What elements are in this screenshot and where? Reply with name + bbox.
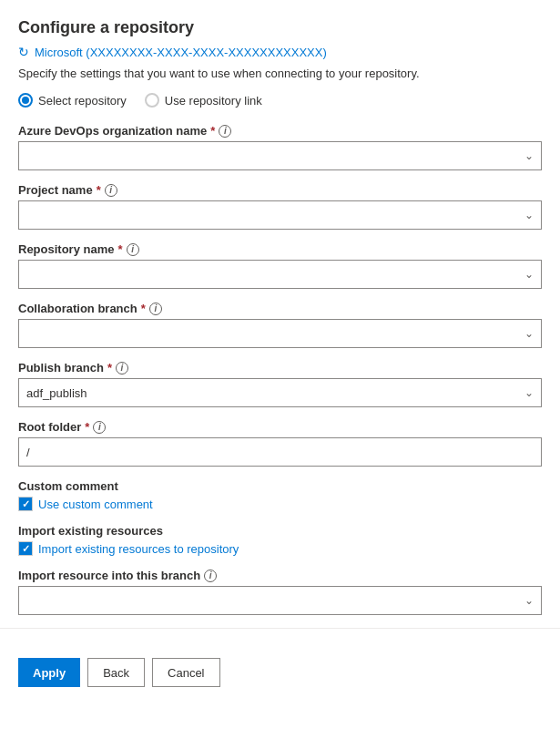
custom-comment-section-label: Custom comment	[18, 479, 542, 493]
required-marker: *	[107, 361, 112, 375]
collaboration-branch-info-icon[interactable]: i	[149, 303, 162, 315]
import-existing-label: Import existing resources to repository	[38, 542, 239, 556]
radio-use-link-label: Use repository link	[165, 94, 262, 108]
import-existing-section-label: Import existing resources	[18, 524, 542, 538]
footer-divider	[0, 628, 560, 629]
root-folder-group: Root folder * i	[18, 420, 542, 467]
chevron-down-icon: ⌄	[524, 209, 534, 221]
radio-select-repository[interactable]: Select repository	[18, 93, 127, 108]
custom-comment-checkbox-box: ✓	[18, 497, 33, 511]
collaboration-branch-dropdown[interactable]: ⌄	[18, 319, 542, 348]
chevron-down-icon: ⌄	[524, 327, 534, 340]
custom-comment-group: Custom comment ✓ Use custom comment	[18, 479, 542, 511]
project-name-dropdown[interactable]: ⌄	[18, 200, 542, 230]
publish-branch-value: adf_publish	[26, 386, 524, 400]
publish-branch-dropdown[interactable]: adf_publish ⌄	[18, 378, 542, 407]
repository-name-dropdown[interactable]: ⌄	[18, 260, 542, 289]
radio-use-link-circle	[145, 93, 159, 108]
required-marker: *	[141, 302, 146, 315]
azure-devops-org-label: Azure DevOps organization name * i	[18, 124, 542, 138]
radio-use-link[interactable]: Use repository link	[145, 93, 262, 108]
page-title: Configure a repository	[18, 18, 542, 37]
root-folder-input[interactable]	[18, 437, 542, 467]
checkmark-icon: ✓	[22, 544, 30, 554]
repository-type-group: Select repository Use repository link	[18, 93, 542, 108]
description-text: Specify the settings that you want to us…	[18, 67, 542, 80]
custom-comment-label: Use custom comment	[38, 498, 153, 511]
chevron-down-icon: ⌄	[524, 594, 534, 607]
root-folder-label: Root folder * i	[18, 420, 542, 434]
azure-devops-org-info-icon[interactable]: i	[219, 125, 231, 138]
radio-select-repository-circle	[18, 93, 33, 108]
collaboration-branch-group: Collaboration branch * i ⌄	[18, 302, 542, 348]
apply-button[interactable]: Apply	[18, 658, 80, 687]
repository-name-group: Repository name * i ⌄	[18, 242, 542, 289]
custom-comment-checkbox[interactable]: ✓ Use custom comment	[18, 497, 542, 511]
repository-name-info-icon[interactable]: i	[127, 243, 139, 256]
import-branch-dropdown[interactable]: ⌄	[18, 586, 542, 615]
azure-devops-org-group: Azure DevOps organization name * i ⌄	[18, 124, 542, 170]
refresh-icon[interactable]: ↻	[18, 45, 29, 59]
azure-devops-org-dropdown[interactable]: ⌄	[18, 141, 542, 170]
collaboration-branch-label: Collaboration branch * i	[18, 302, 542, 315]
import-branch-info-icon[interactable]: i	[204, 570, 217, 582]
import-existing-checkbox-box: ✓	[18, 541, 33, 556]
checkmark-icon: ✓	[22, 499, 30, 509]
project-name-group: Project name * i ⌄	[18, 183, 542, 230]
chevron-down-icon: ⌄	[524, 268, 534, 281]
required-marker: *	[85, 420, 89, 434]
publish-branch-group: Publish branch * i adf_publish ⌄	[18, 361, 542, 407]
chevron-down-icon: ⌄	[524, 386, 534, 399]
required-marker: *	[97, 183, 101, 197]
import-existing-group: Import existing resources ✓ Import exist…	[18, 524, 542, 556]
back-button[interactable]: Back	[87, 658, 145, 687]
import-existing-checkbox[interactable]: ✓ Import existing resources to repositor…	[18, 541, 542, 556]
radio-select-repository-label: Select repository	[38, 94, 127, 108]
footer: Apply Back Cancel	[0, 643, 560, 702]
required-marker: *	[210, 124, 215, 138]
cancel-button[interactable]: Cancel	[152, 658, 219, 687]
project-name-info-icon[interactable]: i	[105, 184, 117, 197]
account-name: Microsoft (XXXXXXXX-XXXX-XXXX-XXXXXXXXXX…	[35, 46, 327, 59]
main-container: Configure a repository ↻ Microsoft (XXXX…	[0, 0, 560, 615]
import-branch-group: Import resource into this branch i ⌄	[18, 569, 542, 615]
required-marker: *	[117, 242, 122, 256]
publish-branch-info-icon[interactable]: i	[116, 362, 128, 375]
repository-name-label: Repository name * i	[18, 242, 542, 256]
publish-branch-label: Publish branch * i	[18, 361, 542, 375]
root-folder-info-icon[interactable]: i	[93, 421, 106, 434]
project-name-label: Project name * i	[18, 183, 542, 197]
import-branch-label: Import resource into this branch i	[18, 569, 542, 582]
account-row: ↻ Microsoft (XXXXXXXX-XXXX-XXXX-XXXXXXXX…	[18, 45, 542, 59]
chevron-down-icon: ⌄	[524, 149, 534, 162]
